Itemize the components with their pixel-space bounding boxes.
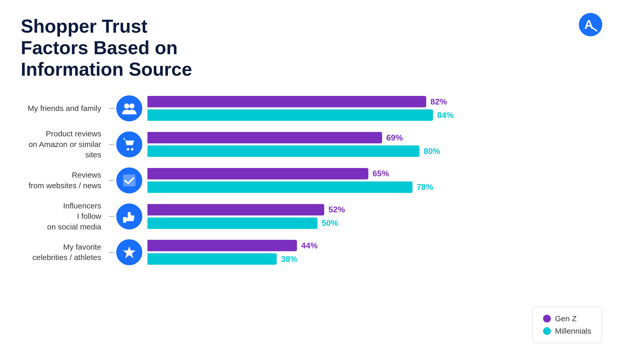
dashed-line-friends-family — [109, 108, 114, 109]
legend-item-millennials: Millennials — [543, 327, 591, 335]
bar-genz-friends-family — [147, 96, 426, 107]
bar-millennial-friends-family — [147, 109, 433, 121]
pct-millennial-celebrities: 38% — [281, 254, 297, 264]
pct-genz-product-reviews: 69% — [386, 133, 403, 143]
chart-row-influencers: InfluencersI followon social media 52% 5… — [21, 201, 602, 232]
bar-millennial-website-reviews — [147, 181, 412, 193]
bars-container-influencers: 52% 50% — [147, 204, 602, 229]
logo: A — [579, 13, 602, 36]
bar-millennial-wrapper-celebrities: 38% — [147, 253, 602, 265]
row-label-product-reviews: Product reviewson Amazon or similar site… — [21, 129, 109, 160]
bar-genz-product-reviews — [147, 132, 382, 143]
legend-label-genz: Gen Z — [555, 314, 577, 323]
bars-container-celebrities: 44% 38% — [147, 240, 602, 265]
bar-genz-wrapper-influencers: 52% — [147, 204, 602, 215]
svg-point-3 — [129, 103, 134, 109]
icon-circle-product-reviews — [116, 131, 142, 157]
bar-millennial-wrapper-friends-family: 84% — [147, 109, 602, 121]
page-container: A Shopper Trust Factors Based on Informa… — [0, 0, 623, 364]
bar-millennial-influencers — [147, 218, 317, 229]
chart-row-website-reviews: Reviewsfrom websites / news 65% 78% — [21, 167, 602, 193]
legend-dot-millennials — [543, 327, 551, 335]
dashed-line-influencers — [109, 216, 114, 217]
legend-label-millennials: Millennials — [555, 327, 591, 335]
svg-marker-10 — [123, 246, 136, 258]
bars-container-product-reviews: 69% 80% — [147, 132, 602, 157]
bar-genz-wrapper-friends-family: 82% — [147, 96, 602, 107]
chart-row-friends-family: My friends and family 82% 84% — [21, 95, 602, 121]
row-label-celebrities: My favoritecelebrities / athletes — [21, 242, 109, 263]
icon-circle-influencers — [116, 204, 142, 229]
icon-circle-friends-family — [116, 95, 142, 121]
bar-millennial-product-reviews — [147, 145, 419, 157]
chart-row-product-reviews: Product reviewson Amazon or similar site… — [21, 129, 602, 160]
svg-rect-9 — [123, 217, 126, 223]
bars-container-friends-family: 82% 84% — [147, 96, 602, 121]
legend-dot-genz — [543, 315, 551, 323]
row-label-website-reviews: Reviewsfrom websites / news — [21, 170, 109, 191]
chart-row-celebrities: My favoritecelebrities / athletes 44% 38… — [21, 239, 602, 265]
bar-millennial-wrapper-website-reviews: 78% — [147, 181, 602, 193]
icon-circle-celebrities — [116, 239, 142, 265]
svg-point-5 — [131, 148, 133, 151]
bar-genz-wrapper-website-reviews: 65% — [147, 168, 602, 179]
page-title: Shopper Trust Factors Based on Informati… — [21, 16, 202, 80]
bar-millennial-wrapper-product-reviews: 80% — [147, 145, 602, 157]
pct-genz-website-reviews: 65% — [373, 169, 389, 178]
pct-genz-influencers: 52% — [328, 205, 345, 214]
dashed-line-celebrities — [109, 252, 114, 253]
row-label-influencers: InfluencersI followon social media — [21, 201, 109, 232]
row-label-friends-family: My friends and family — [21, 103, 109, 114]
dashed-line-product-reviews — [109, 144, 114, 145]
svg-point-2 — [124, 103, 129, 109]
bar-millennial-celebrities — [147, 253, 277, 265]
pct-millennial-influencers: 50% — [322, 218, 338, 228]
svg-text:A: A — [584, 18, 593, 31]
dashed-line-website-reviews — [109, 180, 114, 181]
bar-millennial-wrapper-influencers: 50% — [147, 218, 602, 229]
bar-genz-wrapper-product-reviews: 69% — [147, 132, 602, 143]
icon-circle-website-reviews — [116, 167, 142, 193]
svg-point-4 — [127, 148, 129, 151]
chart-area: My friends and family 82% 84% Product re… — [21, 95, 602, 265]
legend: Gen Z Millennials — [532, 306, 602, 343]
legend-item-genz: Gen Z — [543, 314, 591, 323]
pct-millennial-product-reviews: 80% — [424, 146, 440, 156]
pct-millennial-website-reviews: 78% — [417, 182, 433, 192]
bar-genz-celebrities — [147, 240, 297, 251]
bar-genz-website-reviews — [147, 168, 368, 179]
bar-genz-influencers — [147, 204, 324, 215]
bar-genz-wrapper-celebrities: 44% — [147, 240, 602, 251]
bars-container-website-reviews: 65% 78% — [147, 168, 602, 193]
pct-genz-celebrities: 44% — [301, 241, 318, 250]
pct-genz-friends-family: 82% — [430, 97, 447, 107]
pct-millennial-friends-family: 84% — [437, 110, 454, 120]
